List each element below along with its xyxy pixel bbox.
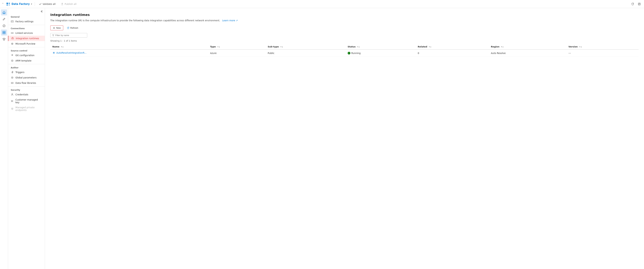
page-description: The integration runtime (IR) is the comp… bbox=[50, 19, 639, 22]
nav-monitor-button[interactable] bbox=[1, 23, 7, 29]
main-layout: General Factory settings Connections Lin… bbox=[0, 8, 644, 269]
main-content: Integration runtimes The integration run… bbox=[45, 8, 644, 269]
publish-all-button[interactable]: Publish all bbox=[60, 2, 78, 6]
svg-rect-10 bbox=[3, 31, 4, 32]
integration-runtimes-icon bbox=[11, 37, 14, 40]
refresh-button-label: Refresh bbox=[70, 27, 78, 29]
nav-manage-button[interactable] bbox=[1, 29, 7, 35]
sidebar-section-security: Security bbox=[8, 87, 45, 92]
cell-status: Running bbox=[346, 49, 416, 57]
runtime-name-link[interactable]: AutoResolveIntegrationR... bbox=[56, 51, 86, 54]
svg-rect-14 bbox=[11, 21, 14, 22]
sidebar-item-global-parameters[interactable]: Global parameters bbox=[8, 75, 45, 80]
topbar-icon-group bbox=[630, 1, 642, 7]
triggers-label: Triggers bbox=[16, 71, 24, 74]
sidebar-item-customer-managed-key[interactable]: Customer managed key bbox=[8, 97, 45, 105]
notifications-icon bbox=[638, 3, 641, 5]
sidebar-item-triggers[interactable]: Triggers bbox=[8, 69, 45, 75]
credentials-icon bbox=[11, 93, 14, 96]
managed-private-endpoints-icon bbox=[11, 107, 14, 110]
filter-input-wrap[interactable] bbox=[50, 33, 87, 37]
collapse-icon bbox=[40, 10, 43, 13]
sort-region-icon: ↑↓ bbox=[501, 46, 504, 48]
sort-version-icon: ↑↓ bbox=[579, 46, 582, 48]
topbar-notifications-button[interactable] bbox=[636, 1, 642, 7]
nav-collapse-btn[interactable]: ›› bbox=[2, 2, 4, 4]
learn-more-link[interactable]: Learn more ↗ bbox=[222, 19, 238, 22]
app-chevron[interactable]: ▾ bbox=[31, 3, 32, 5]
git-configuration-icon bbox=[11, 54, 14, 57]
svg-point-30 bbox=[12, 101, 12, 101]
col-version[interactable]: Version ↑↓ bbox=[566, 44, 639, 49]
svg-point-18 bbox=[12, 32, 14, 33]
filter-input[interactable] bbox=[55, 34, 85, 36]
arm-template-icon bbox=[11, 59, 14, 62]
svg-point-26 bbox=[12, 77, 12, 78]
icon-nav bbox=[0, 8, 8, 269]
col-subtype[interactable]: Sub-type ↑↓ bbox=[266, 44, 346, 49]
svg-rect-8 bbox=[4, 13, 4, 13]
col-status[interactable]: Status ↑↓ bbox=[346, 44, 416, 49]
data-flow-libraries-label: Data flow libraries bbox=[16, 82, 36, 84]
sort-subtype-icon: ↑↓ bbox=[280, 46, 283, 48]
sidebar-item-data-flow-libraries[interactable]: Data flow libraries bbox=[8, 80, 45, 86]
sidebar-item-microsoft-purview[interactable]: Microsoft Purview bbox=[8, 41, 45, 46]
cell-version: --- bbox=[566, 49, 639, 57]
table-body: AutoResolveIntegrationR... Azure Public … bbox=[50, 49, 639, 57]
topbar-divider bbox=[35, 2, 35, 6]
svg-rect-0 bbox=[6, 3, 8, 4]
publish-all-label: Publish all bbox=[64, 3, 76, 5]
cell-subtype: Public bbox=[266, 49, 346, 57]
sort-type-icon: ↑↓ bbox=[217, 46, 220, 48]
global-parameters-icon bbox=[11, 76, 14, 79]
validate-all-button[interactable]: Validate all bbox=[38, 2, 57, 6]
sidebar-item-linked-services[interactable]: Linked services bbox=[8, 30, 45, 36]
svg-point-22 bbox=[12, 43, 13, 44]
sidebar-section-connections: Connections bbox=[8, 26, 45, 30]
sidebar-item-git-configuration[interactable]: Git configuration bbox=[8, 53, 45, 58]
svg-rect-2 bbox=[6, 4, 8, 6]
runtime-row-icon bbox=[52, 51, 55, 54]
toolbar: New Refresh bbox=[50, 25, 639, 30]
triggers-icon bbox=[11, 71, 14, 74]
nav-learn-button[interactable] bbox=[1, 36, 7, 42]
sort-name-icon: ↑↓ bbox=[61, 46, 64, 48]
factory-settings-icon bbox=[11, 20, 14, 23]
sidebar-collapse-button[interactable] bbox=[8, 10, 45, 14]
credentials-label: Credentials bbox=[16, 93, 28, 96]
sidebar-item-integration-runtimes[interactable]: Integration runtimes bbox=[8, 36, 45, 41]
nav-author-button[interactable] bbox=[1, 16, 7, 22]
svg-rect-12 bbox=[3, 33, 4, 34]
refresh-button[interactable]: Refresh bbox=[64, 26, 80, 30]
col-related[interactable]: Related ↑↓ bbox=[416, 44, 489, 49]
svg-point-17 bbox=[11, 32, 12, 33]
sidebar-item-arm-template[interactable]: ARM template bbox=[8, 58, 45, 63]
showing-count: Showing 1 - 1 of 1 items bbox=[50, 39, 639, 42]
svg-point-21 bbox=[12, 38, 13, 39]
global-parameters-label: Global parameters bbox=[16, 76, 36, 79]
sidebar-section-source-control: Source control bbox=[8, 48, 45, 53]
col-region[interactable]: Region ↑↓ bbox=[489, 44, 566, 49]
sort-related-icon: ↑↓ bbox=[429, 46, 432, 48]
topbar: ›› Data Factory ▾ Validate all Publish a… bbox=[0, 0, 644, 8]
sidebar-section-general: General bbox=[8, 14, 45, 19]
svg-rect-3 bbox=[8, 4, 10, 6]
sidebar-item-credentials[interactable]: Credentials bbox=[8, 92, 45, 97]
svg-point-28 bbox=[12, 93, 13, 94]
col-type[interactable]: Type ↑↓ bbox=[208, 44, 266, 49]
manage-icon bbox=[2, 31, 6, 34]
svg-rect-13 bbox=[4, 33, 5, 34]
col-name[interactable]: Name ↑↓ bbox=[50, 44, 208, 49]
status-running-indicator bbox=[348, 52, 350, 54]
sidebar-item-factory-settings[interactable]: Factory settings bbox=[8, 19, 45, 24]
arm-template-label: ARM template bbox=[16, 59, 32, 62]
new-button[interactable]: New bbox=[50, 25, 63, 30]
customer-managed-key-icon bbox=[11, 100, 14, 103]
cell-region: Auto Resolve bbox=[489, 49, 566, 57]
learn-icon bbox=[2, 37, 6, 41]
data-factory-icon bbox=[6, 2, 10, 6]
cell-related: 0 bbox=[416, 49, 489, 57]
nav-home-button[interactable] bbox=[1, 9, 7, 15]
sidebar-section-author: Author bbox=[8, 65, 45, 69]
topbar-refresh-button[interactable] bbox=[630, 1, 635, 7]
